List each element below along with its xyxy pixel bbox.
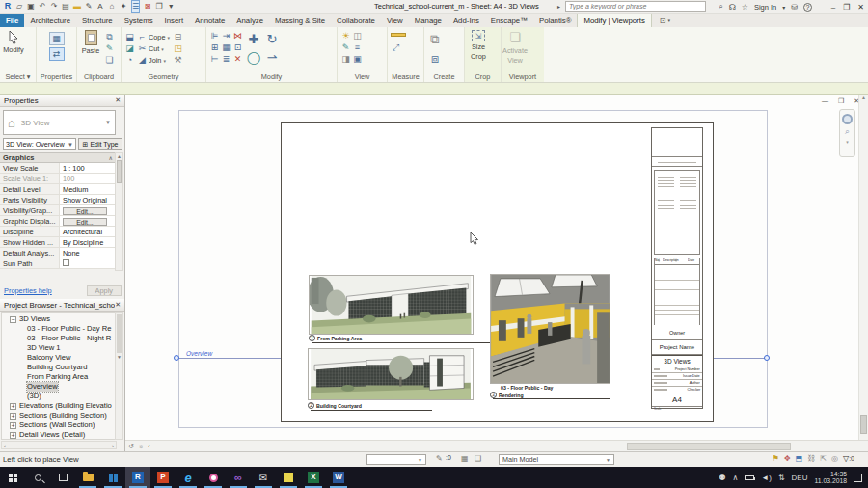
select-pinned-icon[interactable]: ⇱: [820, 454, 827, 463]
visual-studio-button[interactable]: ∞: [226, 467, 251, 488]
worksets-icon[interactable]: ▦: [461, 454, 469, 463]
properties-header[interactable]: Properties ✕: [0, 95, 124, 107]
viewport-image-building-courtyard[interactable]: [308, 348, 474, 400]
copy-tool-icon[interactable]: ◯: [246, 50, 261, 66]
section-collapse-icon[interactable]: ∧: [109, 154, 113, 161]
ribbon-display-toggle[interactable]: ⊡▾: [652, 14, 678, 27]
tab-manage[interactable]: Manage: [409, 14, 448, 27]
editing-requests-icon[interactable]: ✎: [436, 454, 443, 463]
tree-item-view[interactable]: (3D): [2, 392, 116, 401]
project-browser-close-icon[interactable]: ✕: [115, 301, 121, 309]
expand-icon[interactable]: +: [10, 403, 16, 410]
tab-massing-site[interactable]: Massing & Site: [269, 14, 331, 27]
cut-button[interactable]: ✂Cut▾: [138, 43, 170, 54]
favorites-icon[interactable]: ☆: [742, 3, 748, 12]
viewport-grip-right[interactable]: [764, 355, 770, 361]
language-indicator[interactable]: DEU: [792, 474, 808, 482]
property-row[interactable]: DisciplineArchitectural: [0, 227, 116, 237]
extend-icon[interactable]: ≣: [221, 54, 231, 65]
property-row[interactable]: Visibility/Grap...Edit...: [0, 205, 116, 216]
aligned-dimension-icon[interactable]: ✎: [85, 1, 93, 12]
exclude-options-icon[interactable]: ⚑: [773, 454, 779, 463]
filter-icon[interactable]: ▽:0: [843, 454, 854, 463]
press-drag-icon[interactable]: ⬒: [796, 454, 803, 463]
size-crop-button[interactable]: ⇲ Size Crop: [468, 30, 489, 61]
array-icon[interactable]: ▦: [221, 42, 231, 53]
tree-node-elevations[interactable]: +Elevations (Building Elevatio: [2, 401, 116, 411]
signin-dropdown-icon[interactable]: ▾: [782, 4, 785, 11]
battery-icon[interactable]: [745, 475, 754, 480]
split-icon[interactable]: ⊞: [209, 42, 220, 53]
collapse-icon[interactable]: −: [10, 316, 16, 323]
sign-in-button[interactable]: Sign In: [754, 3, 776, 12]
scrollbar-thumb[interactable]: [117, 314, 122, 353]
viewport-label-1[interactable]: 1 From Parking Area: [309, 335, 362, 341]
tab-analyze[interactable]: Analyze: [231, 14, 269, 27]
active-workset-combo[interactable]: Main Model▼: [499, 454, 614, 465]
tree-node-3d-views[interactable]: −3D Views: [2, 314, 116, 324]
modify-tool-button[interactable]: Modify: [3, 30, 24, 54]
switch-windows-icon[interactable]: ❐: [155, 1, 163, 12]
navigation-bar[interactable]: ⌕ ▾: [839, 109, 855, 157]
scale-icon[interactable]: ⊡: [232, 42, 243, 53]
app-blue-panels-button[interactable]: [100, 467, 125, 488]
expand-icon[interactable]: +: [10, 422, 16, 429]
viewport-label-2[interactable]: 2 Building Courtyard: [308, 402, 362, 409]
search-expand-icon[interactable]: ▸: [557, 3, 560, 10]
expand-icon[interactable]: +: [10, 413, 16, 420]
tab-structure[interactable]: Structure: [76, 14, 119, 27]
navbar-options-icon[interactable]: ▾: [846, 139, 849, 145]
graphics-section-header[interactable]: Graphics ∧: [0, 152, 116, 163]
cut-profile-icon[interactable]: ◨: [340, 54, 351, 65]
revit-taskbar-button[interactable]: R: [125, 467, 150, 488]
thin-lines-icon[interactable]: ☰: [131, 0, 140, 13]
hide-icon[interactable]: ◫: [352, 31, 363, 41]
measure-ruler-icon[interactable]: [391, 33, 406, 37]
paint-icon[interactable]: ◪: [124, 43, 135, 54]
close-inactive-windows-icon[interactable]: ⊠: [144, 1, 151, 12]
view-reference-icon[interactable]: ▣: [352, 54, 363, 65]
join-button[interactable]: ◢Join▾: [138, 55, 170, 66]
redo-icon[interactable]: ↷: [50, 1, 58, 12]
viewport-image-from-parking-area[interactable]: [309, 275, 474, 335]
measure-between-icon[interactable]: ⤢: [391, 42, 401, 53]
workset-status-icon[interactable]: ❏: [475, 454, 481, 463]
restore-button[interactable]: ❐: [843, 3, 850, 12]
app-store-cart-icon[interactable]: ⛁: [791, 3, 798, 12]
duplicate-view-icon[interactable]: ⧉: [427, 32, 443, 47]
properties-help-link[interactable]: Properties help: [4, 286, 52, 295]
edit-graphic-display-button[interactable]: Edit...: [63, 218, 107, 226]
minimize-button[interactable]: –: [831, 3, 835, 12]
tab-view[interactable]: View: [381, 14, 409, 27]
linework-icon[interactable]: ≡: [352, 42, 363, 53]
property-row[interactable]: Default Analys...None: [0, 248, 116, 258]
revit-logo-icon[interactable]: R: [4, 1, 12, 12]
tree-node-sections-building[interactable]: +Sections (Building Section): [2, 411, 116, 420]
taskbar-search-button[interactable]: [25, 467, 50, 488]
scale-icon[interactable]: ↺: [128, 443, 134, 450]
app-pink-circle-button[interactable]: [201, 467, 226, 488]
start-button[interactable]: [0, 467, 25, 488]
paste-button[interactable]: Paste: [80, 30, 101, 55]
tab-enscape[interactable]: Enscape™: [485, 14, 533, 27]
wall-joins-icon[interactable]: ⊟: [173, 32, 183, 42]
copy-icon[interactable]: ⧉: [104, 32, 115, 42]
property-row[interactable]: Graphic Displa...Edit...: [0, 216, 116, 227]
tab-architecture[interactable]: Architecture: [24, 14, 76, 27]
measure-icon[interactable]: ▬: [73, 1, 81, 12]
network-icon[interactable]: ⇅: [778, 474, 785, 482]
tab-modify-viewports[interactable]: Modify | Viewports: [577, 14, 651, 27]
match-properties-icon[interactable]: ✎: [104, 43, 115, 54]
scrollbar-thumb[interactable]: [860, 415, 867, 434]
zoom-icon[interactable]: ⌕: [845, 127, 850, 136]
delete-icon[interactable]: ✕: [232, 54, 243, 65]
design-options-combo[interactable]: ▼: [366, 454, 426, 465]
panel-select-label[interactable]: Select ▾: [0, 72, 36, 81]
properties-scrollbar[interactable]: ▲: [115, 152, 123, 271]
canvas-vscrollbar[interactable]: ▲: [858, 95, 868, 440]
property-row[interactable]: Sun Path: [0, 258, 116, 269]
legend-component-icon[interactable]: ⧈: [427, 51, 443, 67]
steering-wheel-icon[interactable]: [842, 114, 853, 124]
tab-systems[interactable]: Systems: [119, 14, 159, 27]
viewport-label-3[interactable]: 3 Rendering: [490, 392, 524, 398]
